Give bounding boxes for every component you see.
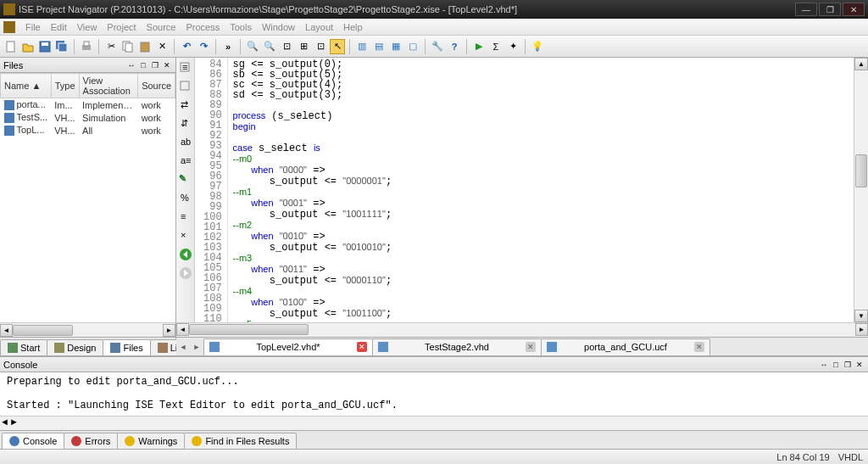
tab-start[interactable]: Start <box>0 339 47 355</box>
redo-icon[interactable]: ↷ <box>196 39 211 54</box>
warning-icon <box>125 436 135 446</box>
editor-vscroll[interactable]: ▲▼ <box>854 58 868 322</box>
menu-edit[interactable]: Edit <box>46 22 72 32</box>
statusbar: Ln 84 Col 19 VHDL <box>0 449 868 464</box>
console-tab-errors[interactable]: Errors <box>64 433 118 449</box>
console-arrows-icon[interactable]: ↔ <box>819 360 829 370</box>
step-icon[interactable]: Σ <box>488 39 504 54</box>
menu-help[interactable]: Help <box>338 22 368 32</box>
menu-view[interactable]: View <box>72 22 103 32</box>
console-output[interactable]: Preparing to edit porta_and_GCU.ucf... S… <box>0 372 868 416</box>
gutter-back-icon[interactable] <box>179 248 192 261</box>
menu-tools[interactable]: Tools <box>225 22 257 32</box>
editor-tab[interactable]: porta_and_GCU.ucf✕ <box>541 338 710 355</box>
files-hscroll[interactable]: ◄► <box>0 322 175 337</box>
svg-rect-2 <box>42 42 48 46</box>
titlebar: ISE Project Navigator (P.20131013) - C:\… <box>0 0 868 19</box>
tab-design[interactable]: Design <box>47 339 103 355</box>
tab-close-icon[interactable]: ✕ <box>694 342 704 352</box>
gutter-tool-4[interactable]: ⇵ <box>179 117 192 131</box>
panel-float-icon[interactable]: □ <box>138 60 148 70</box>
tab-nav-prev[interactable]: ◄ <box>176 338 190 355</box>
gutter-forward-icon[interactable] <box>179 266 192 280</box>
file-row[interactable]: TopL...VH...Allwork <box>1 124 175 137</box>
paste-icon[interactable] <box>137 39 153 54</box>
copy-icon[interactable] <box>120 39 136 54</box>
editor-hscroll[interactable]: ◄► <box>176 322 868 337</box>
gutter-tool-9[interactable]: ≡ <box>179 210 192 224</box>
svg-text:≡: ≡ <box>182 62 187 72</box>
tab-close-icon[interactable]: ✕ <box>526 342 536 352</box>
bulb-icon[interactable]: 💡 <box>530 39 545 54</box>
expand-icon[interactable]: » <box>220 39 236 54</box>
menu-project[interactable]: Project <box>102 22 141 32</box>
maximize-button[interactable]: ❐ <box>819 3 841 16</box>
col-source[interactable]: Source <box>138 74 175 98</box>
col-type[interactable]: Type <box>51 74 79 98</box>
menu-process[interactable]: Process <box>181 22 225 32</box>
console-tab-find[interactable]: Find in Files Results <box>184 433 297 449</box>
panel-restore-icon[interactable]: ❐ <box>150 60 160 70</box>
editor-tab[interactable]: TopLevel2.vhd*✕ <box>203 338 373 355</box>
delete-icon[interactable]: ✕ <box>154 39 170 54</box>
tile-h-icon[interactable]: ▥ <box>354 39 370 54</box>
console-hscroll[interactable]: ◄► <box>0 416 868 430</box>
menubar: File Edit View Project Source Process To… <box>0 19 868 36</box>
console-float-icon[interactable]: □ <box>831 360 841 370</box>
console-restore-icon[interactable]: ❐ <box>843 360 853 370</box>
gutter-tool-3[interactable]: ⇄ <box>179 98 192 112</box>
gutter-tool-10[interactable]: × <box>179 229 192 243</box>
wrench-icon[interactable]: 🔧 <box>430 39 445 54</box>
start-icon <box>8 343 18 353</box>
save-icon[interactable] <box>37 39 53 54</box>
new-icon[interactable] <box>3 39 19 54</box>
help-icon[interactable]: ? <box>447 39 462 54</box>
zoom-in-icon[interactable]: 🔍 <box>245 39 260 54</box>
console-tab-console[interactable]: Console <box>2 433 64 449</box>
console-icon <box>9 436 19 446</box>
gutter-tool-5[interactable]: ab <box>179 136 192 149</box>
menu-window[interactable]: Window <box>257 22 300 32</box>
menu-source[interactable]: Source <box>142 22 181 32</box>
code-editor[interactable]: sg <= s_output(0); sb <= s_output(5); sc… <box>228 58 854 322</box>
left-bottom-tabs: Start Design Files Libraries <box>0 337 175 355</box>
panel-arrows-icon[interactable]: ↔ <box>126 60 136 70</box>
saveall-icon[interactable] <box>54 39 70 54</box>
col-name[interactable]: Name ▲ <box>1 74 52 98</box>
gutter-tool-2[interactable] <box>179 80 192 93</box>
console-close-icon[interactable]: ✕ <box>854 360 865 370</box>
zoom-fit-icon[interactable]: ⊡ <box>279 39 294 54</box>
cut-icon[interactable]: ✂ <box>103 39 119 54</box>
undo-icon[interactable]: ↶ <box>179 39 194 54</box>
print-icon[interactable] <box>79 39 94 54</box>
menu-file[interactable]: File <box>20 22 46 32</box>
cascade-icon[interactable]: ▦ <box>388 39 403 54</box>
close-button[interactable]: ✕ <box>843 3 865 16</box>
console-tab-warnings[interactable]: Warnings <box>117 433 185 449</box>
gutter-tool-1[interactable]: ≡ <box>179 61 192 75</box>
minimize-button[interactable]: — <box>795 3 817 16</box>
compile-icon[interactable]: ✦ <box>505 39 520 54</box>
file-row[interactable]: porta...Im...Implementationwork <box>1 98 175 112</box>
file-icon <box>4 113 14 123</box>
editor-tab[interactable]: TestStage2.vhd✕ <box>372 338 542 355</box>
single-icon[interactable]: ▢ <box>405 39 420 54</box>
gutter-tool-6[interactable]: a≡ <box>179 154 192 168</box>
libraries-icon <box>158 343 168 353</box>
panel-close-icon[interactable]: ✕ <box>162 60 172 70</box>
nav-icon[interactable]: ⊡ <box>313 39 328 54</box>
zoom-out-icon[interactable]: 🔍 <box>262 39 277 54</box>
tab-nav-next[interactable]: ► <box>190 338 203 355</box>
col-assoc[interactable]: View Association <box>79 74 138 98</box>
gutter-tool-8[interactable]: % <box>179 192 192 205</box>
open-icon[interactable] <box>20 39 36 54</box>
run-icon[interactable]: ▶ <box>471 39 487 54</box>
zoom-region-icon[interactable]: ⊞ <box>296 39 311 54</box>
gutter-tool-7[interactable]: ✎ <box>179 173 192 187</box>
tab-files[interactable]: Files <box>103 339 150 355</box>
select-icon[interactable]: ↖ <box>330 39 345 54</box>
file-row[interactable]: TestS...VH...Simulationwork <box>1 111 175 124</box>
tile-v-icon[interactable]: ▤ <box>371 39 387 54</box>
menu-layout[interactable]: Layout <box>300 22 338 32</box>
tab-close-icon[interactable]: ✕ <box>357 342 367 352</box>
